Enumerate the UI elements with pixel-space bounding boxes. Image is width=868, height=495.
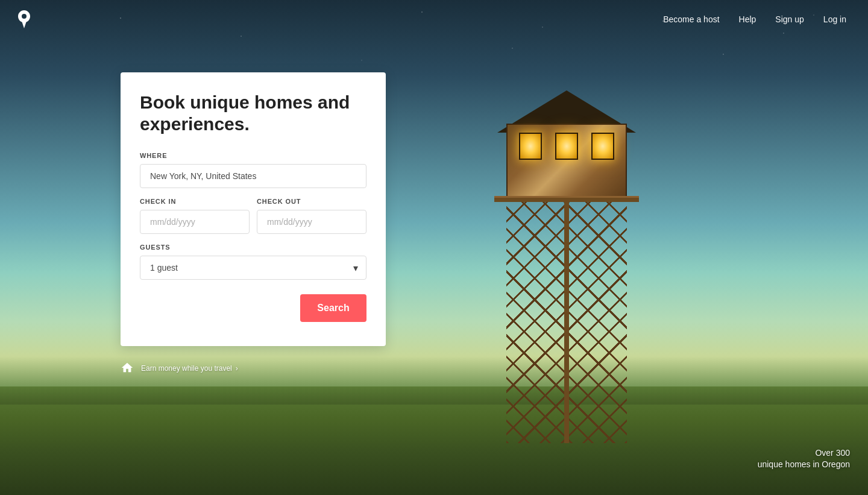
checkout-input[interactable] (257, 210, 366, 234)
tower-deck (494, 196, 639, 202)
earn-banner-arrow: › (236, 364, 238, 373)
tower-window-left (519, 133, 542, 160)
airbnb-logo-icon (14, 10, 34, 29)
search-button[interactable]: Search (300, 294, 366, 322)
where-input[interactable] (140, 164, 366, 188)
oregon-badge: Over 300 unique homes in Oregon (758, 447, 850, 471)
house-icon (121, 361, 134, 374)
oregon-badge-line2: unique homes in Oregon (758, 459, 850, 471)
checkin-group: CHECK IN (140, 198, 250, 234)
navbar-links: Become a host Help Sign up Log in (656, 10, 854, 29)
tower (470, 90, 663, 440)
checkout-label: CHECK OUT (257, 198, 366, 205)
login-link[interactable]: Log in (816, 10, 854, 29)
navbar: Become a host Help Sign up Log in (0, 0, 868, 39)
guests-select[interactable]: 1 guest 2 guests 3 guests 4 guests 5 gue… (140, 256, 366, 280)
signup-link[interactable]: Sign up (768, 10, 811, 29)
where-group: WHERE (140, 152, 366, 188)
oregon-badge-line1: Over 300 (758, 447, 850, 459)
tower-window-center (555, 133, 578, 160)
earn-banner[interactable]: Earn money while you travel › (121, 361, 238, 374)
become-host-link[interactable]: Become a host (656, 10, 726, 29)
checkin-input[interactable] (140, 210, 250, 234)
ground (0, 386, 868, 495)
earn-banner-text: Earn money while you travel › (140, 363, 238, 373)
help-link[interactable]: Help (732, 10, 764, 29)
tower-window-right (591, 133, 614, 160)
where-label: WHERE (140, 152, 366, 159)
logo[interactable] (14, 10, 34, 29)
search-button-row: Search (140, 294, 366, 322)
guests-group: GUESTS 1 guest 2 guests 3 guests 4 guest… (140, 244, 366, 280)
search-card: Book unique homes and experiences. WHERE… (121, 72, 386, 346)
checkout-group: CHECK OUT (257, 198, 366, 234)
checkin-label: CHECK IN (140, 198, 250, 205)
tower-legs (506, 202, 627, 443)
hero-title: Book unique homes and experiences. (140, 92, 366, 135)
tower-cabin (500, 90, 633, 199)
date-row: CHECK IN CHECK OUT (140, 198, 366, 234)
guests-label: GUESTS (140, 244, 366, 251)
tower-cabin-windows (506, 133, 627, 160)
guests-wrapper: 1 guest 2 guests 3 guests 4 guests 5 gue… (140, 256, 366, 280)
